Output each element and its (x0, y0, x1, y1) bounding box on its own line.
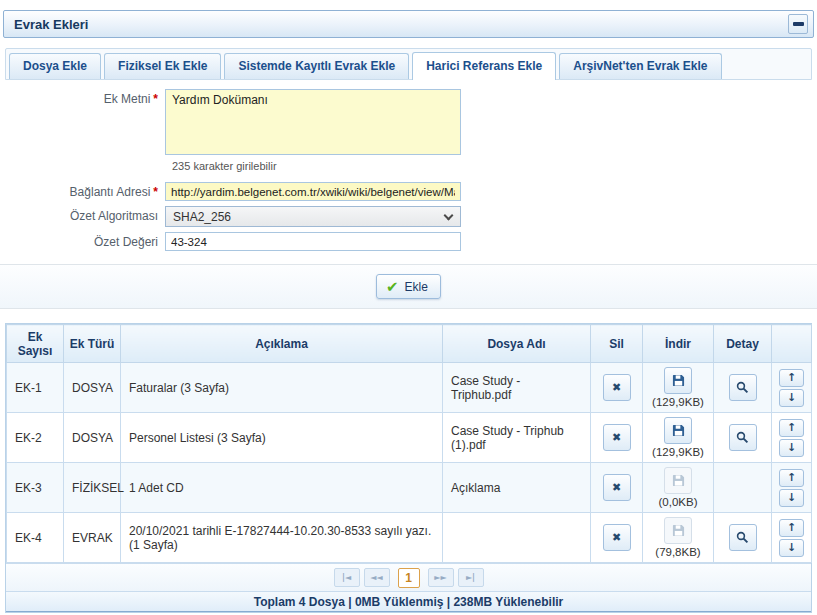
table-row: EK-2 DOSYA Personel Listesi (3 Sayfa) Ca… (7, 413, 812, 463)
ek-metni-textarea[interactable]: Yardım Dokümanı (165, 89, 461, 155)
col-header-detay: Detay (714, 325, 772, 363)
tab-bar: Dosya Ekle Fiziksel Ek Ekle Sistemde Kay… (5, 48, 812, 80)
baglanti-adresi-input[interactable] (165, 182, 461, 201)
floppy-disk-icon (672, 374, 685, 387)
col-header-move (772, 325, 812, 363)
cell-ek-turu: DOSYA (64, 363, 121, 413)
ozet-algoritmasi-select[interactable]: SHA2_256 (165, 206, 461, 227)
col-header-aciklama: Açıklama (121, 325, 443, 363)
col-header-sil: Sil (591, 325, 643, 363)
floppy-disk-icon (672, 424, 685, 437)
download-button-disabled (664, 467, 692, 494)
pager-next-button[interactable]: ►► (428, 568, 454, 587)
cell-dosya-adi: Case Study - Triphub (1).pdf (443, 413, 591, 463)
cell-ek-sayisi: EK-1 (7, 363, 64, 413)
tab-sistemde-kayitli-evrak-ekle[interactable]: Sistemde Kayıtlı Evrak Ekle (224, 53, 409, 79)
magnifier-icon (736, 381, 749, 394)
close-icon: ✖ (612, 431, 621, 444)
required-asterisk: * (153, 185, 158, 199)
floppy-disk-icon (672, 524, 685, 537)
move-down-button[interactable]: ↓ (779, 439, 804, 457)
pager-first-button[interactable]: |◄ (334, 568, 360, 587)
ozet-algoritmasi-selected-value: SHA2_256 (173, 210, 231, 224)
tab-dosya-ekle[interactable]: Dosya Ekle (9, 53, 101, 79)
chevron-down-icon (444, 211, 454, 221)
table-row: EK-4 EVRAK 20/10/2021 tarihli E-17827444… (7, 513, 812, 563)
table-row: EK-3 FİZİKSEL 1 Adet CD Açıklama ✖ (0,0K… (7, 463, 812, 513)
cell-dosya-adi: Case Study - Triphub.pdf (443, 363, 591, 413)
character-limit-hint: 235 karakter girilebilir (172, 160, 817, 172)
cell-ek-sayisi: EK-3 (7, 463, 64, 513)
ozet-algoritmasi-label: Özet Algoritması (0, 206, 165, 227)
file-size-label: (129,9KB) (645, 396, 711, 408)
cell-dosya-adi: Açıklama (443, 463, 591, 513)
detail-button[interactable] (729, 424, 757, 451)
tab-fiziksel-ek-ekle[interactable]: Fiziksel Ek Ekle (104, 53, 221, 79)
col-header-ek-turu: Ek Türü (64, 325, 121, 363)
action-bar: ✔ Ekle (0, 264, 817, 309)
pager-prev-button[interactable]: ◄◄ (364, 568, 390, 587)
cell-aciklama: 1 Adet CD (121, 463, 443, 513)
collapse-button[interactable] (788, 14, 808, 34)
magnifier-icon (736, 431, 749, 444)
cell-aciklama: 20/10/2021 tarihli E-17827444-10.20.30-8… (121, 513, 443, 563)
cell-aciklama: Faturalar (3 Sayfa) (121, 363, 443, 413)
check-icon: ✔ (386, 279, 399, 294)
ek-metni-label: Ek Metni* (0, 89, 165, 155)
ozet-degeri-label: Özet Değeri (0, 232, 165, 251)
detail-button[interactable] (729, 524, 757, 551)
cell-dosya-adi (443, 513, 591, 563)
pager-last-button[interactable]: ►| (458, 568, 484, 587)
magnifier-icon (736, 531, 749, 544)
download-button[interactable] (664, 417, 692, 444)
tab-harici-referans-ekle[interactable]: Harici Referans Ekle (412, 52, 556, 80)
move-down-button[interactable]: ↓ (779, 539, 804, 557)
required-asterisk: * (153, 92, 158, 106)
delete-button[interactable]: ✖ (603, 374, 631, 401)
cell-ek-turu: FİZİKSEL (64, 463, 121, 513)
ekle-button[interactable]: ✔ Ekle (376, 274, 441, 299)
table-header-row: Ek Sayısı Ek Türü Açıklama Dosya Adı Sil… (7, 325, 812, 363)
move-up-button[interactable]: ↑ (779, 469, 804, 487)
close-icon: ✖ (612, 531, 621, 544)
move-up-button[interactable]: ↑ (779, 519, 804, 537)
baglanti-adresi-label: Bağlantı Adresi* (0, 182, 165, 201)
col-header-indir: İndir (643, 325, 714, 363)
move-up-button[interactable]: ↑ (779, 419, 804, 437)
table-summary-footer: Toplam 4 Dosya | 0MB Yüklenmiş | 238MB Y… (6, 591, 811, 612)
ekle-button-label: Ekle (405, 280, 428, 294)
cell-ek-turu: EVRAK (64, 513, 121, 563)
attachments-table: Ek Sayısı Ek Türü Açıklama Dosya Adı Sil… (5, 323, 812, 613)
move-down-button[interactable]: ↓ (779, 489, 804, 507)
move-down-button[interactable]: ↓ (779, 389, 804, 407)
file-size-label: (79,8KB) (645, 546, 711, 558)
page-title: Evrak Ekleri (14, 17, 88, 32)
floppy-disk-icon (672, 474, 685, 487)
detail-button[interactable] (729, 374, 757, 401)
cell-ek-turu: DOSYA (64, 413, 121, 463)
table-row: EK-1 DOSYA Faturalar (3 Sayfa) Case Stud… (7, 363, 812, 413)
download-button[interactable] (664, 367, 692, 394)
cell-ek-sayisi: EK-4 (7, 513, 64, 563)
file-size-label: (129,9KB) (645, 446, 711, 458)
file-size-label: (0,0KB) (645, 496, 711, 508)
pager-current-page: 1 (398, 568, 420, 588)
cell-aciklama: Personel Listesi (3 Sayfa) (121, 413, 443, 463)
minus-icon (793, 22, 804, 26)
col-header-ek-sayisi: Ek Sayısı (7, 325, 64, 363)
close-icon: ✖ (612, 381, 621, 394)
pagination: |◄ ◄◄ 1 ►► ►| (6, 563, 811, 591)
delete-button[interactable]: ✖ (603, 424, 631, 451)
close-icon: ✖ (612, 481, 621, 494)
tab-arsivnetten-evrak-ekle[interactable]: ArşivNet'ten Evrak Ekle (559, 53, 721, 79)
delete-button[interactable]: ✖ (603, 524, 631, 551)
ozet-degeri-input[interactable] (165, 232, 461, 251)
delete-button[interactable]: ✖ (603, 474, 631, 501)
move-up-button[interactable]: ↑ (779, 369, 804, 387)
panel-header: Evrak Ekleri (3, 10, 814, 38)
download-button-disabled (664, 517, 692, 544)
col-header-dosya-adi: Dosya Adı (443, 325, 591, 363)
harici-referans-form: Ek Metni* Yardım Dokümanı 235 karakter g… (0, 80, 817, 251)
cell-ek-sayisi: EK-2 (7, 413, 64, 463)
